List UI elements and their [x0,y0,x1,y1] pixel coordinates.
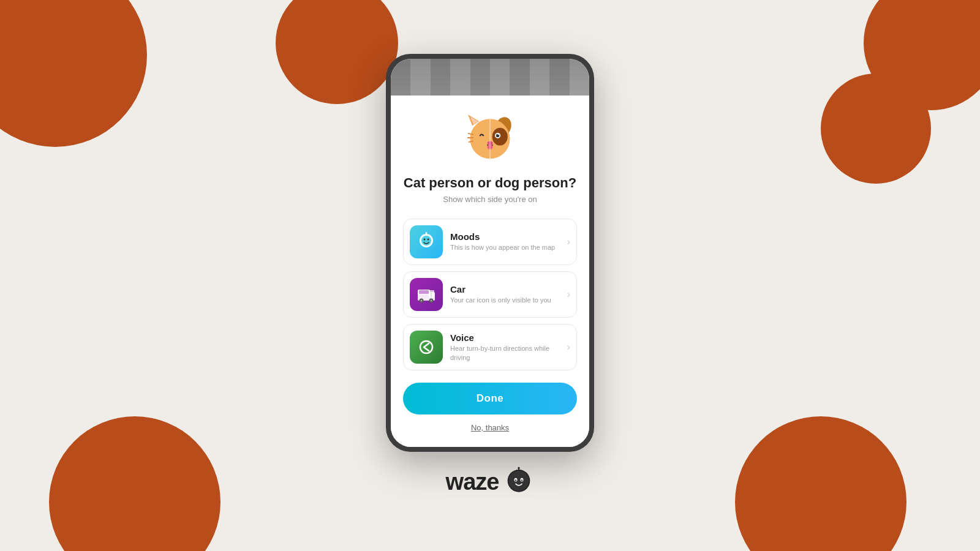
decorative-circle-right-mid [821,73,931,184]
voice-title: Voice [450,332,562,343]
stripes-decoration [391,59,589,96]
voice-icon-wrap [410,331,443,364]
waze-logo: waze [446,467,535,497]
moods-desc: This is how you appear on the map [450,243,562,252]
svg-rect-26 [419,290,429,294]
car-text: Car Your car icon is only visible to you [450,284,562,304]
waze-logo-text: waze [446,469,499,495]
car-chevron-icon: › [567,289,570,300]
avatar-section [403,110,577,165]
car-icon [415,283,437,305]
menu-item-car[interactable]: Car Your car icon is only visible to you… [403,271,577,318]
phone-device: Cat person or dog person? Show which sid… [386,54,594,452]
svg-point-13 [498,134,499,135]
moods-title: Moods [450,231,562,242]
main-title: Cat person or dog person? [403,175,577,191]
done-button[interactable]: Done [403,383,577,414]
phone-wrapper: Cat person or dog person? Show which sid… [386,54,594,497]
svg-point-39 [521,479,523,481]
voice-icon [417,337,436,357]
phone-screen: Cat person or dog person? Show which sid… [391,59,589,447]
svg-point-20 [424,239,426,241]
car-desc: Your car icon is only visible to you [450,296,562,304]
no-thanks-link[interactable]: No, thanks [403,423,577,435]
svg-point-33 [420,341,432,353]
voice-text: Voice Hear turn-by-turn directions while… [450,332,562,362]
svg-point-21 [428,239,429,241]
waze-mascot-icon [503,467,534,497]
decorative-circle-top-left [0,0,147,147]
svg-point-41 [518,467,520,469]
moods-chevron-icon: › [567,236,570,247]
decorative-circle-bottom-right [735,416,907,551]
voice-chevron-icon: › [567,342,570,353]
svg-point-23 [426,232,428,234]
subtitle: Show which side you're on [403,195,577,204]
menu-item-moods[interactable]: Moods This is how you appear on the map … [403,219,577,265]
moods-icon [417,232,436,252]
moods-text: Moods This is how you appear on the map [450,231,562,252]
moods-icon-wrap [410,225,443,258]
decorative-circle-bottom-left [49,416,221,551]
cat-dog-avatar-icon [462,110,518,165]
phone-content: Cat person or dog person? Show which sid… [391,96,589,447]
menu-item-voice[interactable]: Voice Hear turn-by-turn directions while… [403,324,577,370]
svg-point-28 [421,300,423,302]
car-icon-wrap [410,278,443,311]
svg-point-12 [496,134,499,137]
decorative-circle-top-center [276,0,398,104]
svg-point-35 [509,471,529,491]
voice-desc: Hear turn-by-turn directions while drivi… [450,344,562,362]
title-section: Cat person or dog person? Show which sid… [403,175,577,204]
svg-point-38 [515,479,517,481]
svg-point-30 [431,300,432,302]
car-title: Car [450,284,562,294]
phone-top-bar [391,59,589,96]
menu-list: Moods This is how you appear on the map … [403,219,577,370]
